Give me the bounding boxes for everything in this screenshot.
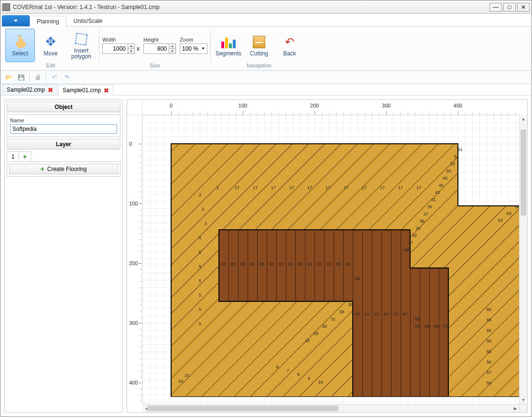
scroll-up-arrow[interactable]: ▲ <box>520 115 527 123</box>
segments-label: Segments <box>216 51 241 56</box>
ribbon-tabs: Planning Units/Scale <box>0 14 532 27</box>
svg-text:65: 65 <box>269 262 274 267</box>
svg-text:67: 67 <box>365 312 369 317</box>
polygon-icon <box>74 32 89 47</box>
cutting-button[interactable]: Cutting <box>244 29 274 62</box>
print-icon[interactable]: 🖨 <box>33 72 43 83</box>
tab-units-scale[interactable]: Units/Scale <box>66 15 110 26</box>
height-down[interactable]: ▼ <box>169 49 175 53</box>
svg-text:6: 6 <box>276 364 279 369</box>
svg-text:47: 47 <box>408 240 413 245</box>
left-panel: Object Name Layer 1 + + Create Flooring <box>4 99 123 413</box>
svg-text:67: 67 <box>393 312 398 317</box>
ribbon-group-navigation: Segments Cutting ↶ Back Navigation <box>211 28 307 70</box>
file-menu-button[interactable] <box>2 15 30 26</box>
close-tab-icon[interactable]: ✖ <box>104 87 109 94</box>
svg-text:63: 63 <box>507 211 511 216</box>
svg-text:65: 65 <box>288 262 293 267</box>
scroll-thumb-h[interactable] <box>147 406 338 411</box>
svg-text:3: 3 <box>202 207 204 212</box>
doc-tab-sample02[interactable]: Sample02.cmp ✖ <box>2 84 57 95</box>
svg-text:55: 55 <box>487 339 491 343</box>
svg-text:17: 17 <box>398 185 403 190</box>
segments-button[interactable]: Segments <box>214 29 243 62</box>
svg-text:65: 65 <box>250 262 255 267</box>
svg-text:5: 5 <box>199 307 201 312</box>
dropdown-caret-icon: ▼ <box>201 46 205 51</box>
vertical-scrollbar[interactable]: ▲ ▼ <box>519 115 527 404</box>
open-icon[interactable]: 📂 <box>3 72 14 83</box>
svg-text:10: 10 <box>318 380 323 385</box>
width-down[interactable]: ▼ <box>128 49 134 53</box>
svg-text:45: 45 <box>439 183 444 188</box>
tab-planning[interactable]: Planning <box>30 16 66 27</box>
svg-text:17: 17 <box>380 185 385 190</box>
svg-text:66: 66 <box>355 276 360 281</box>
cutting-icon <box>251 34 267 50</box>
group-label-size: Size <box>150 63 160 70</box>
svg-text:69: 69 <box>434 324 439 329</box>
svg-text:65: 65 <box>346 262 350 267</box>
svg-text:17: 17 <box>271 185 276 190</box>
svg-text:65: 65 <box>336 262 341 267</box>
move-button[interactable]: ✥ Move <box>36 29 65 62</box>
ruler-left: 0100200300400 <box>127 115 142 404</box>
add-layer-button[interactable]: + <box>19 151 31 161</box>
height-up[interactable]: ▲ <box>169 44 175 49</box>
width-up[interactable]: ▲ <box>128 44 134 49</box>
insert-polygon-button[interactable]: Insert polygon <box>66 29 96 62</box>
drawing-canvas[interactable]: 1171717171717171717171723455555551615615… <box>142 115 519 404</box>
close-button[interactable]: ✕ <box>517 3 530 11</box>
scroll-down-arrow[interactable]: ▼ <box>520 396 527 404</box>
save-icon[interactable]: 💾 <box>16 72 26 83</box>
create-flooring-button[interactable]: + Create Flooring <box>9 164 118 174</box>
zoom-dropdown[interactable]: 100 % ▼ <box>180 43 207 54</box>
svg-text:5: 5 <box>199 250 201 255</box>
svg-text:43: 43 <box>435 190 440 195</box>
width-input[interactable] <box>103 44 128 53</box>
svg-text:55: 55 <box>487 318 491 322</box>
create-flooring-label: Create Flooring <box>47 166 87 172</box>
undo-icon[interactable]: ↶ <box>49 72 60 83</box>
insert-polygon-label: Insert polygon <box>71 48 91 59</box>
close-tab-icon[interactable]: ✖ <box>48 86 53 94</box>
svg-text:37: 37 <box>423 212 428 216</box>
svg-text:17: 17 <box>289 185 294 190</box>
svg-text:17: 17 <box>344 185 348 190</box>
select-button[interactable]: Select <box>5 29 35 62</box>
svg-text:65: 65 <box>221 262 226 267</box>
height-spinner[interactable]: ▲▼ <box>143 43 176 54</box>
svg-text:29: 29 <box>314 331 318 336</box>
svg-text:65: 65 <box>317 262 322 267</box>
name-input[interactable] <box>10 124 117 134</box>
back-button[interactable]: ↶ Back <box>275 29 304 62</box>
svg-text:34: 34 <box>416 226 421 231</box>
titlebar: COVERmat 1st - Version: 1.4.1 - Testrun … <box>0 0 532 14</box>
svg-text:5: 5 <box>199 235 201 240</box>
redo-icon[interactable]: ↷ <box>62 72 72 83</box>
back-label: Back <box>283 51 296 56</box>
svg-text:67: 67 <box>374 312 379 317</box>
svg-text:17: 17 <box>307 185 312 190</box>
doc-tab-label: Sample01.cmp <box>63 87 101 94</box>
svg-text:57: 57 <box>487 370 491 375</box>
minimize-button[interactable]: — <box>489 3 502 11</box>
doc-tab-sample01[interactable]: Sample01.cmp ✖ <box>58 85 113 96</box>
layer-tab-1[interactable]: 1 <box>7 151 19 161</box>
ribbon-group-edit: Select ✥ Move Insert polygon Edit <box>2 28 99 70</box>
svg-text:58: 58 <box>487 381 491 385</box>
svg-text:62: 62 <box>498 218 503 223</box>
maximize-button[interactable]: □ <box>503 3 516 11</box>
svg-text:56: 56 <box>487 360 491 364</box>
svg-text:5: 5 <box>199 321 201 326</box>
horizontal-scrollbar[interactable]: ◀ ▶ <box>142 404 519 412</box>
svg-text:61: 61 <box>458 147 463 152</box>
svg-text:30: 30 <box>322 324 327 329</box>
scroll-right-arrow[interactable]: ▶ <box>511 405 519 412</box>
height-input[interactable] <box>144 44 169 53</box>
scroll-thumb-v[interactable] <box>521 129 526 215</box>
svg-text:4: 4 <box>205 221 207 226</box>
svg-text:69: 69 <box>415 324 420 329</box>
svg-text:17: 17 <box>253 185 258 190</box>
width-spinner[interactable]: ▲▼ <box>102 43 135 54</box>
